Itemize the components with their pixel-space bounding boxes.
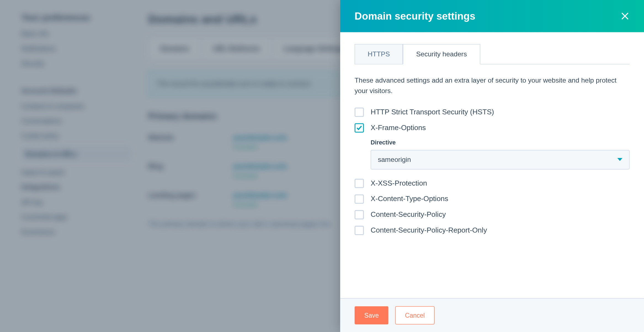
option-xcto[interactable]: X-Content-Type-Options bbox=[355, 194, 630, 204]
checkbox-hsts[interactable] bbox=[355, 107, 364, 117]
option-label: X-Content-Type-Options bbox=[371, 195, 448, 203]
save-button[interactable]: Save bbox=[355, 306, 388, 325]
checkbox-xcto[interactable] bbox=[355, 194, 364, 204]
panel-description: These advanced settings add an extra lay… bbox=[355, 75, 630, 96]
option-xss[interactable]: X-XSS-Protection bbox=[355, 179, 630, 188]
checkbox-cspro[interactable] bbox=[355, 226, 364, 235]
panel-title: Domain security settings bbox=[355, 10, 475, 22]
panel-body: HTTPS Security headers These advanced se… bbox=[340, 32, 644, 298]
option-label: Content-Security-Policy-Report-Only bbox=[371, 226, 487, 234]
directive-select[interactable]: sameorigin bbox=[371, 150, 630, 169]
domain-security-panel: Domain security settings HTTPS Security … bbox=[340, 0, 644, 332]
checkbox-csp[interactable] bbox=[355, 210, 364, 219]
caret-down-icon bbox=[617, 158, 622, 161]
tab-security-headers[interactable]: Security headers bbox=[403, 44, 480, 64]
option-label: X-Frame-Options bbox=[371, 123, 426, 132]
option-label: Content-Security-Policy bbox=[371, 210, 446, 219]
option-hsts[interactable]: HTTP Strict Transport Security (HSTS) bbox=[355, 107, 630, 117]
option-xframe[interactable]: X-Frame-Options bbox=[355, 123, 630, 133]
tab-https[interactable]: HTTPS bbox=[355, 44, 403, 64]
panel-header: Domain security settings bbox=[340, 0, 644, 32]
option-label: X-XSS-Protection bbox=[371, 179, 427, 188]
option-label: HTTP Strict Transport Security (HSTS) bbox=[371, 108, 494, 116]
panel-tabs: HTTPS Security headers bbox=[355, 44, 630, 64]
checkbox-xframe[interactable] bbox=[355, 123, 364, 133]
option-csp[interactable]: Content-Security-Policy bbox=[355, 210, 630, 219]
directive-label: Directive bbox=[371, 139, 630, 146]
close-icon[interactable] bbox=[620, 11, 630, 21]
option-cspro[interactable]: Content-Security-Policy-Report-Only bbox=[355, 226, 630, 235]
checkbox-xss[interactable] bbox=[355, 179, 364, 188]
cancel-button[interactable]: Cancel bbox=[395, 306, 435, 325]
panel-footer: Save Cancel bbox=[340, 298, 644, 332]
directive-value: sameorigin bbox=[378, 156, 411, 164]
xframe-directive-group: Directive sameorigin bbox=[371, 139, 630, 169]
